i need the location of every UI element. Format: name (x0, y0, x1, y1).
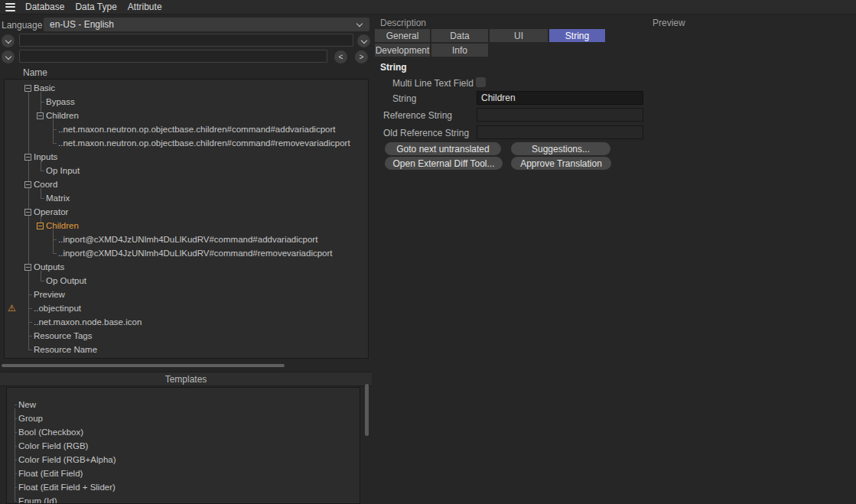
tree-row[interactable]: ⚠..objectinput (5, 301, 368, 315)
tree-tick-line (53, 239, 57, 240)
previous-button[interactable]: < (334, 50, 347, 63)
filter1-expand-button[interactable] (357, 34, 370, 47)
tree-row[interactable]: Op Output (5, 274, 368, 288)
old-reference-string-input[interactable] (477, 125, 643, 139)
old-reference-string-label: Old Reference String (383, 128, 469, 138)
tree-row[interactable]: Color Field (RGB) (7, 439, 360, 453)
suggestions-button[interactable]: Suggestions... (511, 142, 610, 155)
menu-items: DatabaseData TypeAttribute (25, 2, 162, 12)
collapse-expander-icon[interactable] (37, 112, 44, 119)
tree-row[interactable]: Bool (Checkbox) (7, 425, 360, 439)
description-panel-title: Description (380, 18, 426, 28)
reference-string-input[interactable] (477, 108, 643, 122)
templates-list: NewGroupBool (Checkbox)Color Field (RGB)… (6, 387, 360, 504)
collapse-expander-icon[interactable] (24, 181, 31, 188)
approve-translation-button[interactable]: Approve Translation (511, 157, 611, 170)
collapse-expander-icon[interactable] (37, 223, 44, 229)
tree-row[interactable]: Matrix (5, 191, 368, 205)
tree-row[interactable]: Resource Tags (5, 329, 368, 343)
tab-string[interactable]: String (549, 29, 605, 42)
language-select[interactable]: en-US - English (44, 18, 369, 31)
tree-row[interactable]: ..inport@cXMD4JzUNlmh4DuLlKudRV#command#… (5, 232, 368, 246)
tab-development[interactable]: Development (375, 44, 430, 57)
tree-row[interactable]: Resource Name (5, 343, 368, 356)
tree-row[interactable]: Float (Edit Field) (7, 467, 360, 480)
filter2-input[interactable] (19, 50, 327, 63)
hamburger-menu-icon[interactable] (5, 3, 15, 11)
tree-item-label: Resource Tags (34, 329, 93, 343)
tree-row[interactable]: Children (5, 109, 368, 122)
tree-row[interactable]: Coord (5, 177, 368, 191)
language-label: Language (2, 20, 42, 31)
tree-item-label: Children (46, 219, 79, 232)
language-value: en-US - English (50, 19, 114, 30)
string-input[interactable] (477, 91, 643, 105)
tree-item-label: Op Input (46, 164, 80, 177)
tree-row[interactable]: Inputs (5, 150, 368, 164)
tree-item-label: Op Output (46, 274, 86, 288)
tree-item-label: Preview (34, 288, 65, 301)
tree-row[interactable]: ..net.maxon.neutron.op.objectbase.childr… (5, 122, 368, 136)
tree-item-label: Color Field (RGB+Alpha) (18, 453, 116, 467)
tree-row[interactable]: Basic (5, 81, 368, 95)
tree-item-label: Color Field (RGB) (18, 439, 88, 453)
tree-tick-line (53, 143, 57, 144)
tree-tick-line (53, 129, 57, 130)
chevron-down-icon (356, 21, 363, 27)
horizontal-scrollbar[interactable] (2, 364, 285, 367)
tree-row[interactable]: Group (7, 411, 360, 425)
tree-row[interactable]: Float (Edit Field + Slider) (7, 480, 360, 494)
tree-row[interactable]: ..net.maxon.neutron.op.objectbase.childr… (5, 136, 368, 150)
tab-data[interactable]: Data (431, 29, 488, 42)
inspector-tabs-row1: GeneralDataUIString (375, 29, 605, 42)
tree-item-label: Operator (34, 205, 68, 219)
tree-item-label: Matrix (46, 191, 70, 205)
collapse-expander-icon[interactable] (24, 85, 31, 92)
menu-data-type[interactable]: Data Type (75, 2, 116, 12)
goto-next-untranslated-button[interactable]: Goto next untranslated (385, 142, 501, 155)
menu-attribute[interactable]: Attribute (128, 2, 162, 12)
tree-item-label: Resource Name (34, 343, 97, 356)
tree-tick-line (28, 322, 33, 323)
tree-row[interactable]: Outputs (5, 260, 368, 274)
tree-row[interactable]: ..net.maxon.node.base.icon (5, 315, 368, 329)
collapse-expander-icon[interactable] (24, 154, 31, 161)
reference-string-label: Reference String (383, 110, 452, 121)
tree-tick-line (53, 253, 57, 254)
multiline-label: Multi Line Text Field (392, 78, 474, 89)
tree-column-header: Name (23, 67, 47, 78)
tree-row[interactable]: Operator (5, 205, 368, 219)
next-button[interactable]: > (355, 50, 368, 63)
tree-row[interactable]: Children (5, 219, 368, 232)
tree-row[interactable]: ..inport@cXMD4JzUNlmh4DuLlKudRV#command#… (5, 246, 368, 260)
tree-item-label: ..inport@cXMD4JzUNlmh4DuLlKudRV#command#… (58, 246, 333, 260)
tab-info[interactable]: Info (431, 44, 488, 57)
tree-row[interactable]: Bypass (5, 95, 368, 109)
tree-item-label: Inputs (34, 150, 57, 164)
multiline-checkbox[interactable] (476, 77, 486, 87)
menu-database[interactable]: Database (25, 2, 64, 12)
filter1-dropdown-button[interactable] (2, 34, 15, 47)
vertical-scrollbar[interactable] (365, 384, 369, 436)
tree-tick-line (15, 432, 18, 433)
tree-tick-line (28, 308, 33, 309)
tree-row[interactable]: Enum (Id) (7, 494, 360, 504)
tree-tick-line (15, 473, 18, 474)
collapse-expander-icon[interactable] (24, 264, 31, 271)
tree-item-label: Bool (Checkbox) (18, 425, 83, 439)
tree-row[interactable]: Op Input (5, 164, 368, 177)
tree-tick-line (41, 281, 45, 281)
tab-ui[interactable]: UI (490, 29, 548, 42)
open-external-diff-tool-button[interactable]: Open External Diff Tool... (385, 157, 503, 170)
filter1-input[interactable] (19, 34, 353, 47)
filter2-dropdown-button[interactable] (2, 50, 15, 63)
tab-general[interactable]: General (375, 29, 430, 42)
tree-row[interactable]: Color Field (RGB+Alpha) (7, 453, 360, 467)
tree-item-label: Float (Edit Field) (18, 467, 83, 480)
collapse-expander-icon[interactable] (24, 209, 31, 216)
chevron-down-icon (5, 53, 11, 59)
tree-row[interactable]: New (7, 398, 360, 411)
tree-row[interactable]: Preview (5, 288, 368, 301)
tree-tick-line (15, 460, 18, 460)
tree-tick-line (15, 405, 18, 405)
